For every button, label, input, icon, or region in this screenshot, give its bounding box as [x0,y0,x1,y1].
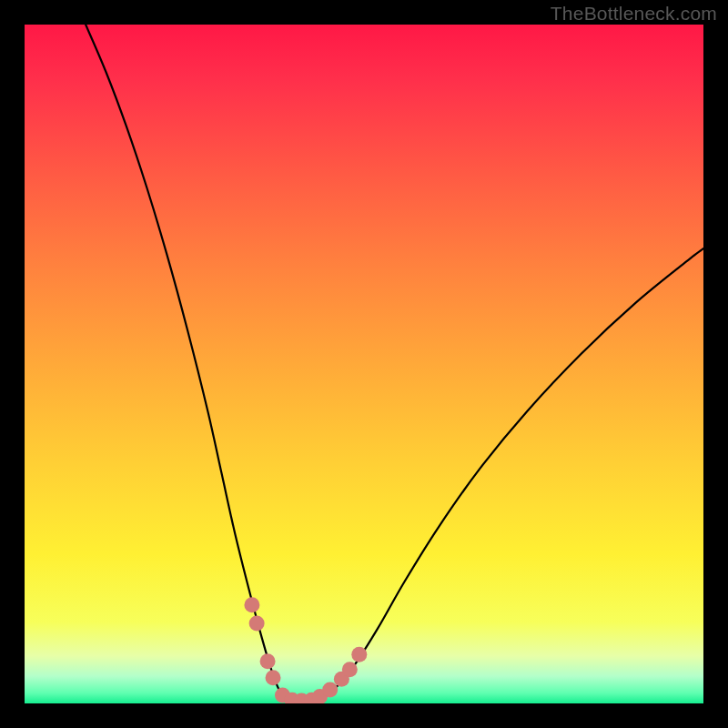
data-marker [351,647,367,662]
chart-root: TheBottleneck.com [0,0,728,728]
data-marker [266,670,281,685]
data-marker [342,662,358,677]
data-marker [244,597,259,612]
data-marker [322,682,338,698]
data-marker [249,615,265,631]
bottleneck-curve [86,25,703,702]
plot-area [25,25,703,703]
watermark-text: TheBottleneck.com [551,3,717,25]
data-marker [260,653,276,669]
marker-group [244,597,367,703]
chart-svg [25,25,703,703]
